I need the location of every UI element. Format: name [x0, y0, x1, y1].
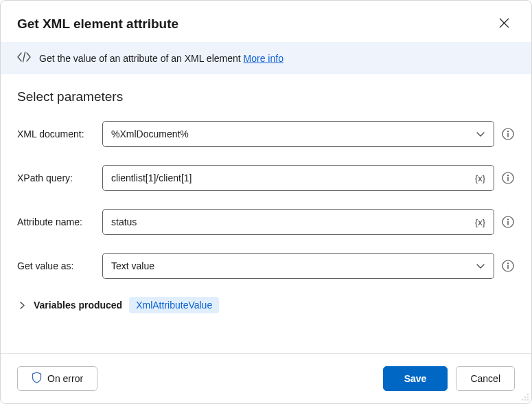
variable-picker-icon[interactable]: {x}	[474, 173, 487, 183]
dialog-body: Select parameters XML document: %XmlDocu…	[1, 74, 531, 353]
label-xml-document: XML document:	[17, 128, 102, 139]
on-error-button[interactable]: On error	[17, 366, 97, 391]
svg-point-4	[507, 175, 509, 176]
more-info-link[interactable]: More info	[244, 53, 284, 64]
svg-rect-8	[507, 221, 508, 225]
param-row-xml-document: XML document: %XmlDocument%	[17, 121, 515, 147]
label-xpath-query: XPath query:	[17, 172, 102, 183]
info-text-body: Get the value of an attribute of an XML …	[39, 53, 241, 64]
variables-produced-row[interactable]: Variables produced XmlAttributeValue	[17, 297, 515, 313]
attribute-name-input[interactable]: status {x}	[102, 209, 494, 235]
info-text: Get the value of an attribute of an XML …	[39, 53, 284, 64]
variable-chip[interactable]: XmlAttributeValue	[129, 297, 219, 313]
shield-icon	[32, 372, 42, 385]
dialog: Get XML element attribute Get the value …	[0, 0, 532, 404]
chevron-down-icon	[474, 128, 487, 140]
cancel-button[interactable]: Cancel	[456, 366, 515, 391]
control-wrap: status {x}	[102, 209, 515, 235]
label-attribute-name: Attribute name:	[17, 216, 102, 227]
svg-point-7	[507, 218, 509, 220]
svg-point-16	[524, 399, 526, 401]
xpath-query-value: clientlist[1]/client[1]	[111, 172, 474, 183]
info-bar: Get the value of an attribute of an XML …	[1, 42, 531, 74]
close-icon	[499, 18, 509, 30]
resize-grip-icon[interactable]	[520, 392, 530, 402]
dialog-header: Get XML element attribute	[1, 1, 531, 42]
xml-document-value: %XmlDocument%	[111, 128, 474, 139]
param-row-get-value-as: Get value as: Text value	[17, 253, 515, 279]
help-icon[interactable]	[501, 215, 515, 229]
svg-point-1	[507, 131, 509, 132]
svg-rect-11	[507, 265, 508, 269]
label-get-value-as: Get value as:	[17, 260, 102, 271]
footer-right: Save Cancel	[383, 366, 515, 391]
chevron-down-icon	[474, 260, 487, 272]
control-wrap: %XmlDocument%	[102, 121, 515, 147]
svg-point-15	[522, 399, 523, 401]
help-icon[interactable]	[501, 127, 515, 141]
variable-picker-icon[interactable]: {x}	[474, 217, 487, 227]
help-icon[interactable]	[501, 259, 515, 273]
svg-rect-5	[507, 177, 508, 181]
get-value-as-value: Text value	[111, 260, 474, 271]
svg-point-12	[527, 394, 529, 395]
on-error-label: On error	[47, 373, 83, 384]
attribute-name-value: status	[111, 216, 474, 227]
param-row-xpath-query: XPath query: clientlist[1]/client[1] {x}	[17, 165, 515, 191]
help-icon[interactable]	[501, 171, 515, 185]
control-wrap: clientlist[1]/client[1] {x}	[102, 165, 515, 191]
chevron-right-icon	[17, 300, 27, 310]
control-wrap: Text value	[102, 253, 515, 279]
variables-produced-label: Variables produced	[34, 300, 122, 311]
code-icon	[17, 52, 31, 65]
svg-rect-2	[507, 133, 508, 137]
param-row-attribute-name: Attribute name: status {x}	[17, 209, 515, 235]
close-button[interactable]	[493, 13, 515, 35]
xpath-query-input[interactable]: clientlist[1]/client[1] {x}	[102, 165, 494, 191]
svg-point-13	[524, 396, 526, 398]
dialog-title: Get XML element attribute	[17, 16, 178, 32]
section-title: Select parameters	[17, 89, 515, 104]
dialog-footer: On error Save Cancel	[1, 353, 531, 403]
svg-point-14	[527, 396, 529, 398]
svg-point-10	[507, 262, 509, 264]
save-button[interactable]: Save	[383, 366, 448, 391]
xml-document-select[interactable]: %XmlDocument%	[102, 121, 494, 147]
get-value-as-select[interactable]: Text value	[102, 253, 494, 279]
svg-point-17	[527, 399, 529, 401]
